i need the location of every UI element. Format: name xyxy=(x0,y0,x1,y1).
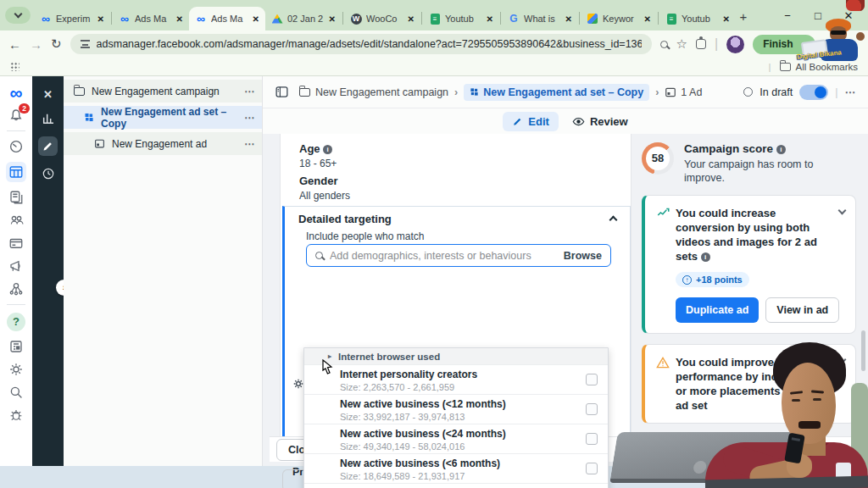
close-tab-icon[interactable]: ✕ xyxy=(329,14,336,24)
extensions-icon[interactable] xyxy=(696,39,706,49)
close-panel-icon[interactable]: ✕ xyxy=(43,88,53,101)
draft-status-label: In draft xyxy=(760,86,793,98)
item-checkbox[interactable] xyxy=(586,403,598,415)
chevron-down-icon[interactable] xyxy=(838,207,847,215)
score-gauge: 58 xyxy=(642,142,674,175)
close-tab-icon[interactable]: ✕ xyxy=(253,14,259,24)
suggestion-item[interactable]: Internet personality creators Size: 2,26… xyxy=(304,364,608,394)
collapse-chevron-icon[interactable] xyxy=(609,216,618,225)
tab-youtube-sheet-1[interactable]: ≡Youtub✕ xyxy=(423,7,499,30)
tab-review[interactable]: Review xyxy=(572,115,628,128)
reload-button[interactable]: ↻ xyxy=(51,36,62,52)
site-info-icon[interactable] xyxy=(81,40,90,48)
close-tab-icon[interactable]: ✕ xyxy=(97,14,104,24)
notification-badge: 2 xyxy=(19,103,30,114)
toggle-knob xyxy=(815,86,826,98)
tab-ads-manager-active[interactable]: ∞Ads Ma✕ xyxy=(189,7,265,30)
back-button[interactable]: ← xyxy=(8,37,21,52)
close-tab-icon[interactable]: ✕ xyxy=(176,14,183,24)
browse-button[interactable]: Browse xyxy=(564,250,602,262)
forward-button[interactable]: → xyxy=(30,37,42,52)
suggestion-item[interactable]: New active business (<12 months) Size: 3… xyxy=(304,394,608,424)
tab-search-button[interactable] xyxy=(5,7,31,24)
breadcrumb-ad[interactable]: 1 Ad xyxy=(681,86,702,98)
ad-icon xyxy=(665,86,676,98)
adset-menu-button[interactable]: ⋯ xyxy=(244,112,255,124)
profile-avatar[interactable] xyxy=(726,36,744,53)
draft-toggle[interactable] xyxy=(799,85,828,100)
suggestion-item[interactable]: New active business (<24 months) Size: 4… xyxy=(304,424,608,453)
tab-woocommerce[interactable]: WWooCo✕ xyxy=(344,7,420,30)
tree-item-campaign[interactable]: New Engagement campaign ⋯ xyxy=(64,80,262,103)
ad-menu-button[interactable]: ⋯ xyxy=(244,138,255,150)
folder-icon xyxy=(780,63,791,71)
advantage-gear-icon xyxy=(292,378,304,390)
tab-keyword-planner[interactable]: Keywor✕ xyxy=(581,7,657,30)
close-tab-icon[interactable]: ✕ xyxy=(565,14,572,24)
tab-label: What is xyxy=(524,14,561,24)
header-menu-button[interactable]: ⋯ xyxy=(845,86,857,98)
campaigns-nav-selected[interactable] xyxy=(6,162,26,182)
tab-drive-doc[interactable]: 02 Jan 2✕ xyxy=(265,7,342,30)
item-checkbox[interactable] xyxy=(586,374,598,385)
targeting-search-input[interactable] xyxy=(330,250,557,262)
duplicate-ad-button[interactable]: Duplicate ad xyxy=(676,297,759,323)
global-nav-rail: ∞ 2 ? xyxy=(0,76,32,466)
info-icon[interactable]: i xyxy=(776,145,786,154)
breadcrumb-campaign[interactable]: New Engagement campaign xyxy=(315,86,448,98)
item-checkbox[interactable] xyxy=(586,463,598,474)
suggestion-item[interactable]: New active business (<6 months) Size: 18… xyxy=(304,453,608,483)
view-in-ad-button[interactable]: View in ad xyxy=(765,297,839,323)
category-label: Internet browser used xyxy=(338,352,440,362)
billing-icon[interactable] xyxy=(8,236,24,251)
info-icon[interactable]: i xyxy=(323,145,332,154)
sidebar-toggle-icon[interactable] xyxy=(275,85,289,99)
audiences-icon[interactable] xyxy=(8,213,25,228)
tab-google-search[interactable]: GWhat is✕ xyxy=(502,7,578,30)
tree-campaign-label: New Engagement campaign xyxy=(92,86,220,97)
new-tab-button[interactable]: + xyxy=(736,9,751,24)
campaign-menu-button[interactable]: ⋯ xyxy=(244,86,255,97)
close-tab-icon[interactable]: ✕ xyxy=(487,14,493,24)
help-icon[interactable]: ? xyxy=(7,313,25,331)
tree-item-adset-selected[interactable]: New Engagement ad set – Copy ⋯ xyxy=(64,106,262,129)
breadcrumb-adset-chip[interactable]: New Engagement ad set – Copy xyxy=(464,84,649,101)
item-checkbox[interactable] xyxy=(586,433,598,445)
zoom-page-icon[interactable] xyxy=(660,41,668,48)
section-header[interactable]: Detailed targeting xyxy=(285,210,630,227)
presenter-mustache xyxy=(798,421,821,429)
age-value: 18 - 65+ xyxy=(299,158,337,169)
points-label: +18 points xyxy=(696,274,743,285)
close-tab-icon[interactable]: ✕ xyxy=(408,14,415,24)
gear-icon[interactable] xyxy=(8,362,24,377)
address-bar[interactable]: adsmanager.facebook.com/adsmanager/manag… xyxy=(70,34,652,54)
bug-report-icon[interactable] xyxy=(8,408,24,423)
suggestion-category-os[interactable]: ▸ Operating system used xyxy=(304,483,608,488)
history-clock-icon[interactable] xyxy=(42,167,55,180)
edit-header: New Engagement campaign › New Engagement… xyxy=(263,76,868,134)
info-icon[interactable]: i xyxy=(701,252,710,262)
close-tab-icon[interactable]: ✕ xyxy=(723,14,730,24)
account-overview-icon[interactable] xyxy=(8,139,24,154)
tree-item-ad[interactable]: New Engagement ad ⋯ xyxy=(64,132,262,155)
advertising-settings-icon[interactable] xyxy=(8,258,24,274)
bookmark-star-icon[interactable]: ☆ xyxy=(676,36,687,52)
tab-ads-manager-1[interactable]: ∞Ads Ma✕ xyxy=(113,7,189,30)
edit-pencil-selected[interactable] xyxy=(38,136,58,156)
close-tab-icon[interactable]: ✕ xyxy=(644,14,651,24)
tab-youtube-sheet-2[interactable]: ≡Youtub✕ xyxy=(659,7,736,30)
tab-experiments[interactable]: ∞Experim✕ xyxy=(34,7,110,30)
ads-reporting-icon[interactable] xyxy=(8,190,24,205)
tab-label: Keywor xyxy=(603,14,640,24)
search-icon[interactable] xyxy=(8,385,24,400)
apps-grid-icon[interactable] xyxy=(10,62,19,71)
tab-edit[interactable]: Edit xyxy=(503,112,559,131)
notifications-bell[interactable]: 2 xyxy=(8,108,24,123)
events-manager-icon[interactable] xyxy=(8,281,24,297)
news-icon[interactable] xyxy=(8,339,24,354)
performance-chart-icon[interactable] xyxy=(42,112,55,125)
panel-scrollbar[interactable] xyxy=(861,330,865,371)
suggestion-card-conversion[interactable]: You could increase conversion by using b… xyxy=(642,195,856,334)
suggestion-category-browser[interactable]: ▸ Internet browser used xyxy=(304,348,608,364)
targeting-search-box[interactable]: Browse xyxy=(306,244,611,267)
